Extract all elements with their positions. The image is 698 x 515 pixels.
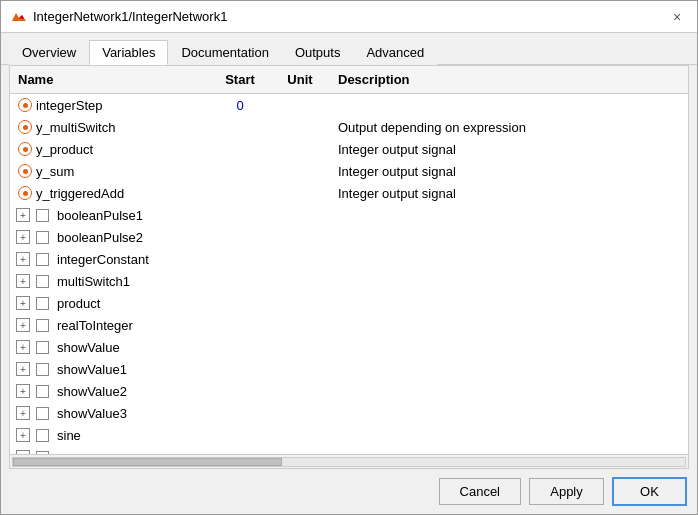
table-row: showValue	[10, 336, 688, 358]
expand-icon[interactable]	[16, 296, 30, 310]
block-icon	[36, 429, 49, 442]
signal-icon	[18, 98, 32, 112]
header-unit: Unit	[270, 72, 330, 87]
expand-icon[interactable]	[16, 252, 30, 266]
row-name-showValue: showValue	[10, 340, 210, 355]
table-row: y_product Integer output signal	[10, 138, 688, 160]
row-name-sine: sine	[10, 428, 210, 443]
row-name-integerStep: integerStep	[10, 98, 210, 113]
variables-table: Name Start Unit Description integerStep …	[9, 65, 689, 469]
row-name-showValue1: showValue1	[10, 362, 210, 377]
expand-icon[interactable]	[16, 230, 30, 244]
table-row: realToInteger	[10, 314, 688, 336]
block-icon	[36, 209, 49, 222]
main-window: IntegerNetwork1/IntegerNetwork1 × Overvi…	[0, 0, 698, 515]
expand-icon[interactable]	[16, 362, 30, 376]
title-bar: IntegerNetwork1/IntegerNetwork1 ×	[1, 1, 697, 33]
expand-icon[interactable]	[16, 318, 30, 332]
matlab-icon	[11, 9, 27, 25]
table-header: Name Start Unit Description	[10, 66, 688, 94]
svg-marker-0	[12, 13, 26, 21]
table-row: y_multiSwitch Output depending on expres…	[10, 116, 688, 138]
table-row: sine	[10, 424, 688, 446]
table-row: integerConstant	[10, 248, 688, 270]
expand-icon[interactable]	[16, 428, 30, 442]
row-desc-y-triggeredAdd: Integer output signal	[330, 186, 688, 201]
table-row: sum	[10, 446, 688, 454]
signal-icon	[18, 120, 32, 134]
cancel-button[interactable]: Cancel	[439, 478, 521, 505]
table-row: y_sum Integer output signal	[10, 160, 688, 182]
block-icon	[36, 341, 49, 354]
signal-icon	[18, 164, 32, 178]
row-name-booleanPulse2: booleanPulse2	[10, 230, 210, 245]
table-row: multiSwitch1	[10, 270, 688, 292]
table-row: showValue3	[10, 402, 688, 424]
block-icon	[36, 297, 49, 310]
expand-icon[interactable]	[16, 384, 30, 398]
row-desc-y-multiSwitch: Output depending on expression	[330, 120, 688, 135]
block-icon	[36, 275, 49, 288]
expand-icon[interactable]	[16, 208, 30, 222]
table-row: y_triggeredAdd Integer output signal	[10, 182, 688, 204]
row-name-y-product: y_product	[10, 142, 210, 157]
table-row: integerStep 0	[10, 94, 688, 116]
row-name-multiSwitch1: multiSwitch1	[10, 274, 210, 289]
horizontal-scrollbar[interactable]	[10, 454, 688, 468]
row-desc-y-product: Integer output signal	[330, 142, 688, 157]
row-desc-y-sum: Integer output signal	[330, 164, 688, 179]
apply-button[interactable]: Apply	[529, 478, 604, 505]
block-icon	[36, 407, 49, 420]
table-row: showValue2	[10, 380, 688, 402]
row-name-integerConstant: integerConstant	[10, 252, 210, 267]
row-name-product: product	[10, 296, 210, 311]
table-row: showValue1	[10, 358, 688, 380]
tab-bar: Overview Variables Documentation Outputs…	[1, 33, 697, 65]
block-icon	[36, 363, 49, 376]
scrollbar-thumb[interactable]	[13, 458, 282, 466]
row-name-y-sum: y_sum	[10, 164, 210, 179]
scrollbar-track[interactable]	[12, 457, 686, 467]
tab-outputs[interactable]: Outputs	[282, 40, 354, 65]
footer: Cancel Apply OK	[1, 469, 697, 514]
expand-icon[interactable]	[16, 274, 30, 288]
table-row: booleanPulse1	[10, 204, 688, 226]
row-start-integerStep: 0	[210, 98, 270, 113]
row-name-showValue3: showValue3	[10, 406, 210, 421]
row-name-booleanPulse1: booleanPulse1	[10, 208, 210, 223]
row-name-y-triggeredAdd: y_triggeredAdd	[10, 186, 210, 201]
row-name-y-multiSwitch: y_multiSwitch	[10, 120, 210, 135]
row-name-showValue2: showValue2	[10, 384, 210, 399]
block-icon	[36, 385, 49, 398]
header-description: Description	[330, 72, 688, 87]
block-icon	[36, 253, 49, 266]
block-icon	[36, 319, 49, 332]
table-body: integerStep 0 y_multiSwitch Output depen…	[10, 94, 688, 454]
expand-icon[interactable]	[16, 340, 30, 354]
signal-icon	[18, 142, 32, 156]
header-start: Start	[210, 72, 270, 87]
tab-variables[interactable]: Variables	[89, 40, 168, 65]
row-name-realToInteger: realToInteger	[10, 318, 210, 333]
ok-button[interactable]: OK	[612, 477, 687, 506]
block-icon	[36, 231, 49, 244]
table-row: product	[10, 292, 688, 314]
title-bar-left: IntegerNetwork1/IntegerNetwork1	[11, 9, 227, 25]
tab-advanced[interactable]: Advanced	[353, 40, 437, 65]
close-button[interactable]: ×	[667, 7, 687, 27]
header-name: Name	[10, 72, 210, 87]
table-row: booleanPulse2	[10, 226, 688, 248]
signal-icon	[18, 186, 32, 200]
window-title: IntegerNetwork1/IntegerNetwork1	[33, 9, 227, 24]
expand-icon[interactable]	[16, 406, 30, 420]
tab-overview[interactable]: Overview	[9, 40, 89, 65]
tab-documentation[interactable]: Documentation	[168, 40, 281, 65]
